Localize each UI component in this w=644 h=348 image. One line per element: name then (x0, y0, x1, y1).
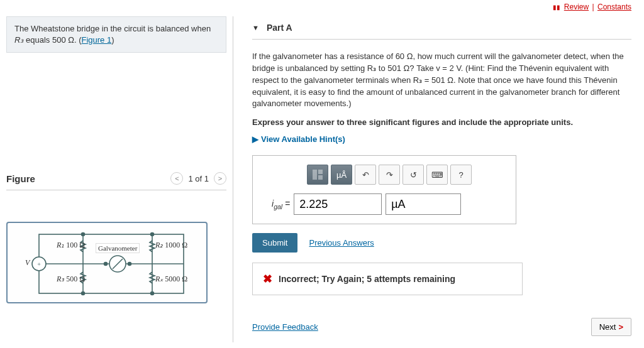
svg-rect-16 (318, 175, 323, 180)
keyboard-button[interactable]: ⌨ (426, 165, 448, 185)
provide-feedback-link[interactable]: Provide Feedback (252, 322, 318, 332)
submit-button[interactable]: Submit (252, 233, 297, 253)
svg-point-8 (151, 233, 154, 236)
part-header[interactable]: ▼ Part A (252, 16, 631, 40)
units-button[interactable]: µÅ (331, 165, 352, 185)
circuit-figure: + V R₁ 100 Ω Galvanometer R₂ 1000 Ω R₃ 5… (6, 222, 208, 303)
caret-down-icon: ▼ (252, 24, 259, 31)
answer-box: µÅ ↶ ↷ ↺ ⌨ ? igal = (252, 155, 516, 224)
review-link[interactable]: Review (564, 3, 589, 11)
feedback-text: Incorrect; Try Again; 5 attempts remaini… (279, 274, 455, 284)
figure-title: Figure (6, 173, 35, 184)
answer-label: igal = (272, 198, 290, 210)
figure-prev-button[interactable]: < (170, 172, 183, 185)
redo-button[interactable]: ↷ (379, 165, 400, 185)
next-button[interactable]: Next> (591, 318, 631, 336)
part-title: Part A (267, 23, 292, 33)
caret-right-icon: ▶ (252, 134, 258, 144)
feedback-box: ✖ Incorrect; Try Again; 5 attempts remai… (252, 263, 523, 295)
reset-button[interactable]: ↺ (402, 165, 424, 185)
svg-point-10 (151, 292, 154, 295)
units-input[interactable] (386, 193, 461, 215)
svg-point-12 (128, 263, 131, 266)
svg-point-9 (82, 292, 85, 295)
hints-toggle[interactable]: ▶View Available Hint(s) (252, 134, 345, 144)
answer-instruction: Express your answer to three significant… (252, 117, 631, 127)
constants-link[interactable]: Constants (597, 3, 631, 11)
figure-link[interactable]: Figure 1 (82, 35, 112, 45)
previous-answers-link[interactable]: Previous Answers (309, 238, 374, 247)
value-input[interactable] (294, 193, 382, 215)
svg-rect-14 (313, 170, 317, 180)
top-links: ▮▮ Review | Constants (0, 0, 644, 16)
incorrect-icon: ✖ (263, 272, 272, 286)
svg-point-7 (82, 233, 85, 236)
templates-button[interactable] (307, 165, 328, 185)
flag-icon: ▮▮ (553, 4, 560, 11)
figure-pager: 1 of 1 (188, 174, 209, 183)
figure-next-button[interactable]: > (214, 172, 226, 185)
svg-rect-15 (318, 170, 323, 174)
question-text: If the galvanometer has a resistance of … (252, 51, 631, 110)
undo-button[interactable]: ↶ (355, 165, 376, 185)
svg-text:+: + (37, 261, 41, 268)
problem-statement: The Wheatstone bridge in the circuit is … (6, 16, 226, 53)
svg-point-11 (104, 263, 108, 266)
help-button[interactable]: ? (450, 165, 472, 185)
